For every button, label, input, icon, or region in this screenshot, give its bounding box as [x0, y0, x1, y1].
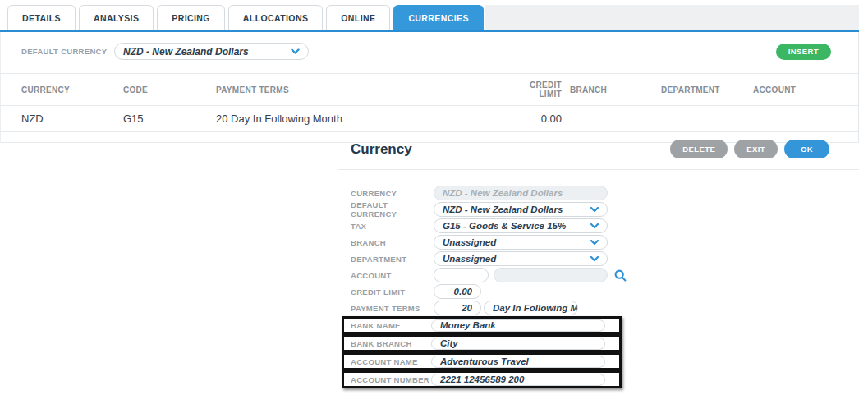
cell-code: G15: [120, 106, 213, 132]
delete-button[interactable]: DELETE: [670, 140, 728, 158]
department-label: DEPARTMENT: [351, 255, 434, 264]
currencies-table: CURRENCY CODE PAYMENT TERMS CREDIT LIMIT…: [1, 73, 858, 132]
default-currency-value: NZD - New Zealand Dollars: [123, 46, 249, 57]
panel-buttons: DELETE EXIT OK: [670, 140, 829, 158]
bank-name-label: BANK NAME: [351, 321, 431, 330]
cell-currency: NZD: [1, 106, 120, 132]
account-code-input[interactable]: [434, 268, 489, 282]
chevron-down-icon: [590, 240, 599, 246]
credit-limit-input[interactable]: [434, 284, 481, 299]
account-label: ACCOUNT: [351, 271, 434, 280]
payment-terms-field-row: PAYMENT TERMS Day In Following Mont: [338, 300, 859, 316]
chevron-down-icon: [291, 48, 300, 55]
branch-field-row: BRANCH Unassigned: [338, 234, 859, 250]
account-name-field-row: ACCOUNT NAME: [342, 352, 622, 370]
account-name-text-input[interactable]: [431, 356, 605, 368]
cell-credit-limit: 0.00: [512, 106, 565, 132]
tab-currencies[interactable]: CURRENCIES: [393, 5, 483, 30]
tax-field-row: TAX G15 - Goods & Service 15%: [338, 218, 859, 234]
tab-details[interactable]: DETAILS: [7, 5, 76, 30]
col-header-payment-terms: PAYMENT TERMS: [213, 74, 512, 106]
payment-terms-days-input[interactable]: [434, 301, 481, 315]
tab-bar: DETAILS ANALYSIS PRICING ALLOCATIONS ONL…: [0, 0, 859, 32]
currencies-toolbar: DEFAULT CURRENCY NZD - New Zealand Dolla…: [1, 32, 858, 68]
cell-department: [658, 106, 750, 132]
tab-online[interactable]: ONLINE: [326, 5, 390, 30]
search-icon[interactable]: [614, 269, 627, 282]
chevron-down-icon: [590, 207, 599, 213]
payment-terms-label: PAYMENT TERMS: [351, 304, 434, 313]
tab-pricing[interactable]: PRICING: [157, 5, 225, 30]
branch-label: BRANCH: [351, 238, 434, 247]
account-name-input: [494, 268, 608, 282]
table-row[interactable]: NZD G15 20 Day In Following Month 0.00: [1, 106, 858, 132]
account-field-row: ACCOUNT: [338, 267, 859, 283]
col-header-department: DEPARTMENT: [658, 74, 750, 106]
tax-value: G15 - Goods & Service 15%: [443, 221, 566, 231]
payment-terms-period-dropdown[interactable]: Day In Following Mont: [484, 301, 578, 315]
credit-limit-field-row: CREDIT LIMIT: [338, 283, 859, 300]
bank-branch-field-row: BANK BRANCH: [342, 334, 622, 352]
cell-payment-terms: 20 Day In Following Month: [213, 106, 512, 132]
currency-label: CURRENCY: [351, 189, 434, 198]
account-name-label: ACCOUNT NAME: [351, 357, 431, 366]
table-header-row: CURRENCY CODE PAYMENT TERMS CREDIT LIMIT…: [1, 74, 858, 106]
tax-label: TAX: [351, 222, 434, 231]
default-currency-select[interactable]: NZD - New Zealand Dollars: [114, 43, 309, 60]
col-header-currency: CURRENCY: [1, 74, 120, 106]
branch-dropdown[interactable]: Unassigned: [434, 235, 608, 250]
currencies-tab-content: DEFAULT CURRENCY NZD - New Zealand Dolla…: [0, 32, 859, 143]
exit-button[interactable]: EXIT: [734, 140, 778, 158]
default-currency-label: DEFAULT CURRENCY: [21, 47, 114, 56]
currency-form: CURRENCY NZD - New Zealand Dollars DEFAU…: [338, 185, 859, 388]
payment-terms-period-value: Day In Following Mont: [493, 303, 578, 313]
bank-name-field-row: BANK NAME: [342, 316, 622, 334]
default-currency-dropdown-value: NZD - New Zealand Dollars: [443, 204, 563, 214]
account-number-label: ACCOUNT NUMBER: [351, 375, 431, 384]
account-number-field-row: ACCOUNT NUMBER: [342, 370, 622, 388]
col-header-credit-limit: CREDIT LIMIT: [512, 74, 565, 106]
panel-header: Currency DELETE EXIT OK: [338, 135, 859, 158]
branch-value: Unassigned: [443, 237, 496, 247]
bank-name-input[interactable]: [431, 319, 605, 332]
default-currency-dropdown[interactable]: NZD - New Zealand Dollars: [434, 202, 608, 217]
currency-field-row: CURRENCY NZD - New Zealand Dollars: [338, 185, 859, 201]
currency-input: NZD - New Zealand Dollars: [434, 186, 608, 200]
panel-divider: [338, 169, 859, 170]
tab-strip-filler: [485, 5, 859, 30]
col-header-branch: BRANCH: [565, 74, 658, 106]
cell-branch: [565, 106, 658, 132]
tab-allocations[interactable]: ALLOCATIONS: [228, 5, 323, 30]
default-currency-field-label: DEFAULT CURRENCY: [351, 200, 434, 218]
tab-analysis[interactable]: ANALYSIS: [79, 5, 154, 30]
cell-account: [750, 106, 858, 132]
currency-value: NZD - New Zealand Dollars: [443, 188, 563, 198]
ok-button[interactable]: OK: [784, 140, 829, 158]
department-field-row: DEPARTMENT Unassigned: [338, 250, 859, 267]
col-header-account: ACCOUNT: [750, 74, 858, 106]
department-value: Unassigned: [443, 254, 496, 264]
tax-dropdown[interactable]: G15 - Goods & Service 15%: [434, 218, 608, 233]
currency-panel: Currency DELETE EXIT OK CURRENCY NZD - N…: [338, 135, 859, 388]
default-currency-field-row: DEFAULT CURRENCY NZD - New Zealand Dolla…: [338, 201, 859, 218]
chevron-down-icon: [590, 256, 599, 262]
currencies-section: DETAILS ANALYSIS PRICING ALLOCATIONS ONL…: [0, 0, 859, 143]
department-dropdown[interactable]: Unassigned: [434, 251, 608, 266]
chevron-down-icon: [590, 223, 599, 229]
col-header-code: CODE: [120, 74, 213, 106]
credit-limit-label: CREDIT LIMIT: [351, 287, 434, 296]
panel-title: Currency: [351, 141, 412, 158]
insert-button[interactable]: INSERT: [776, 44, 831, 60]
bank-branch-input[interactable]: [431, 338, 605, 350]
account-number-input[interactable]: [431, 374, 605, 386]
bank-branch-label: BANK BRANCH: [351, 339, 431, 348]
